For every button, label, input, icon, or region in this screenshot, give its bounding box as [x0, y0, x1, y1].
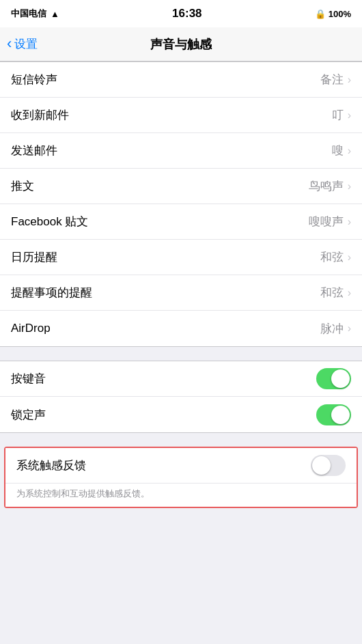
back-chevron-icon: ‹: [7, 36, 12, 51]
tweet-chevron-icon: ›: [348, 180, 351, 193]
haptic-description: 为系统控制和互动提供触感反馈。: [5, 484, 357, 507]
email-send-value: 嗖: [332, 143, 344, 158]
battery-text: 100%: [329, 9, 351, 19]
airdrop-label: AirDrop: [11, 322, 51, 335]
email-receive-right: 叮 ›: [332, 107, 351, 123]
page-title: 声音与触感: [150, 36, 212, 53]
sms-right: 备注 ›: [320, 72, 351, 87]
calendar-chevron-icon: ›: [348, 251, 351, 264]
airdrop-chevron-icon: ›: [348, 322, 351, 335]
facebook-post-chevron-icon: ›: [348, 216, 351, 228]
reminder-chevron-icon: ›: [348, 287, 351, 299]
back-button[interactable]: ‹ 设置: [7, 36, 38, 52]
email-receive-row[interactable]: 收到新邮件 叮 ›: [0, 98, 362, 133]
email-receive-label: 收到新邮件: [11, 107, 69, 123]
email-receive-chevron-icon: ›: [348, 109, 351, 122]
tweet-row[interactable]: 推文 鸟鸣声 ›: [0, 169, 362, 204]
airdrop-row[interactable]: AirDrop 脉冲 ›: [0, 311, 362, 346]
email-receive-value: 叮: [332, 107, 344, 123]
airdrop-value: 脉冲: [320, 321, 344, 337]
reminder-value: 和弦: [320, 285, 344, 300]
haptic-label: 系统触感反馈: [16, 458, 86, 473]
keyboard-sound-toggle-thumb: [331, 369, 350, 388]
back-label: 设置: [14, 36, 38, 52]
keyboard-sound-toggle[interactable]: [316, 368, 351, 389]
sounds-section: 按键音 锁定声: [0, 361, 362, 433]
keyboard-sound-label: 按键音: [11, 371, 46, 387]
tweet-value: 鸟鸣声: [309, 178, 344, 194]
email-send-chevron-icon: ›: [348, 145, 351, 157]
nav-bar: ‹ 设置 声音与触感: [0, 27, 362, 61]
status-bar: 中国电信 ▲ 16:38 🔒 100%: [0, 0, 362, 27]
haptic-toggle-thumb: [312, 456, 331, 475]
status-right: 🔒 100%: [315, 9, 351, 19]
facebook-post-label: Facebook 贴文: [11, 214, 88, 229]
lock-sound-label: 锁定声: [11, 407, 46, 423]
email-send-label: 发送邮件: [11, 143, 57, 158]
facebook-post-value: 嗖嗖声: [309, 214, 344, 229]
facebook-post-right: 嗖嗖声 ›: [309, 214, 351, 229]
haptic-row[interactable]: 系统触感反馈: [5, 448, 357, 484]
ringtones-section: 短信铃声 备注 › 收到新邮件 叮 › 发送邮件 嗖 › 推文 鸟鸣声: [0, 61, 362, 347]
email-send-row[interactable]: 发送邮件 嗖 ›: [0, 133, 362, 169]
calendar-value: 和弦: [320, 249, 344, 265]
sms-row[interactable]: 短信铃声 备注 ›: [0, 62, 362, 98]
haptic-toggle[interactable]: [311, 455, 346, 476]
wifi-icon: ▲: [51, 9, 59, 19]
reminder-right: 和弦 ›: [320, 285, 351, 300]
sms-value: 备注: [320, 72, 344, 87]
lock-sound-toggle-thumb: [331, 406, 350, 424]
reminder-row[interactable]: 提醒事项的提醒 和弦 ›: [0, 275, 362, 311]
keyboard-sound-row[interactable]: 按键音: [0, 361, 362, 397]
lock-icon: 🔒: [315, 9, 326, 19]
lock-sound-row[interactable]: 锁定声: [0, 397, 362, 432]
calendar-label: 日历提醒: [11, 249, 57, 265]
tweet-label: 推文: [11, 178, 34, 194]
carrier-text: 中国电信: [11, 8, 46, 20]
lock-sound-toggle[interactable]: [316, 404, 351, 425]
reminder-label: 提醒事项的提醒: [11, 285, 92, 300]
facebook-post-row[interactable]: Facebook 贴文 嗖嗖声 ›: [0, 204, 362, 240]
sms-label: 短信铃声: [11, 72, 57, 87]
tweet-right: 鸟鸣声 ›: [309, 178, 351, 194]
calendar-row[interactable]: 日历提醒 和弦 ›: [0, 240, 362, 275]
calendar-right: 和弦 ›: [320, 249, 351, 265]
sms-chevron-icon: ›: [348, 74, 351, 86]
haptic-section: 系统触感反馈 为系统控制和互动提供触感反馈。: [4, 447, 358, 508]
status-time: 16:38: [172, 7, 201, 20]
airdrop-right: 脉冲 ›: [320, 321, 351, 337]
content-area: 短信铃声 备注 › 收到新邮件 叮 › 发送邮件 嗖 › 推文 鸟鸣声: [0, 61, 362, 644]
email-send-right: 嗖 ›: [332, 143, 351, 158]
status-left: 中国电信 ▲: [11, 8, 59, 20]
